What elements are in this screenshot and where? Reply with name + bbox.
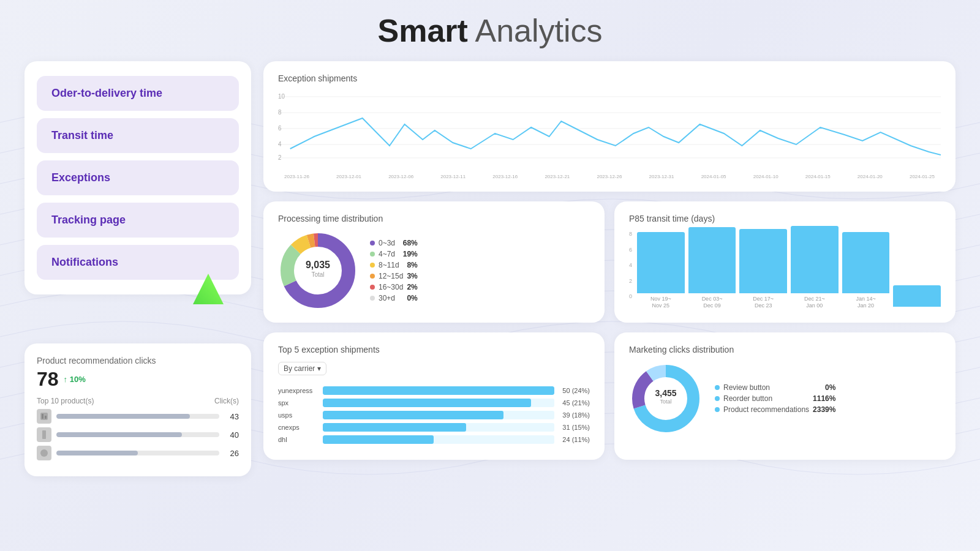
legend-dot: [370, 263, 375, 268]
carrier-row: cnexps 31 (15%): [278, 423, 590, 432]
processing-time-legend: 0~3d 68% 4~7d 19% 8~11d 8%: [370, 239, 418, 302]
exception-shipments-card: Exception shipments 10 8 6 4: [263, 61, 956, 192]
legend-item: 16~30d 2%: [370, 283, 418, 291]
svg-text:Total: Total: [660, 399, 671, 405]
sidebar-item-exceptions[interactable]: Exceptions: [37, 160, 239, 195]
product-bar-container: [56, 414, 219, 419]
product-icon: [37, 409, 51, 424]
svg-text:9,035: 9,035: [306, 260, 330, 270]
transit-time-title: P85 transit time (days): [629, 214, 941, 223]
legend-item: Review button 0%: [715, 383, 835, 392]
carrier-bar-wrap: [323, 435, 554, 444]
product-bar: [56, 451, 138, 455]
product-clicks-card: Product recommendation clicks 78 ↑ 10% T…: [24, 343, 251, 476]
bar-group: Dec 21~Jan 00: [791, 226, 839, 309]
legend-item: 4~7d 19%: [370, 250, 418, 258]
bar: [688, 227, 736, 293]
bar-group: Nov 19~Nov 25: [637, 232, 685, 309]
product-bar-container: [56, 451, 219, 455]
sidebar-item-transit-time[interactable]: Transit time: [37, 118, 239, 153]
legend-dot: [370, 252, 375, 257]
top5-exception-card: Top 5 exception shipments By carrier ▾ y…: [263, 332, 605, 460]
exception-chart-wrap: 10 8 6 4 2: [278, 91, 941, 173]
product-count: 40: [224, 430, 239, 440]
legend-dot: [715, 407, 720, 412]
legend-item: 8~11d 8%: [370, 261, 418, 269]
marketing-donut: 3,455 Total: [629, 362, 703, 435]
bar-group: Dec 17~Dec 23: [739, 229, 787, 309]
donut-container: 9,035 Total 0~3d 68%: [278, 231, 590, 310]
table-row: 43: [37, 409, 239, 424]
product-bar: [56, 432, 182, 437]
carrier-bar-fill: [323, 386, 554, 395]
marketing-clicks-title: Marketing clicks distribution: [629, 345, 941, 354]
legend-item: 30+d 0%: [370, 294, 418, 302]
product-count: 26: [224, 449, 239, 458]
carrier-bars: yunexpress 50 (24%) spx 45 (21%): [278, 386, 590, 444]
svg-rect-4: [42, 430, 46, 439]
bar: [739, 229, 787, 293]
legend-dot: [715, 385, 720, 390]
carrier-bar-fill: [323, 399, 531, 407]
legend-dot: [370, 296, 375, 301]
page-title: Smart Analytics: [24, 12, 956, 49]
legend-dot: [370, 274, 375, 279]
product-table-header: Top 10 product(s) Click(s): [37, 397, 239, 405]
donut-chart: 9,035 Total: [278, 231, 358, 310]
legend-item: 12~15d 3%: [370, 272, 418, 280]
page-header: Smart Analytics: [24, 12, 956, 49]
svg-rect-1: [40, 413, 48, 420]
carrier-bar-wrap: [323, 411, 554, 419]
sidebar-item-tracking-page[interactable]: Tracking page: [37, 203, 239, 238]
legend-item: Reorder button 1116%: [715, 394, 835, 403]
bar: [637, 232, 685, 293]
product-count: 43: [224, 412, 239, 421]
carrier-row: dhl 24 (11%): [278, 435, 590, 444]
svg-marker-0: [193, 274, 224, 304]
carrier-bar-fill: [323, 435, 434, 444]
svg-text:Total: Total: [311, 271, 324, 278]
svg-text:8: 8: [278, 109, 282, 116]
transit-time-card: P85 transit time (days) 8 6 4 2 0: [614, 201, 956, 323]
svg-rect-2: [42, 414, 43, 419]
bar: [791, 226, 839, 293]
x-axis-labels: 2023-11-26 2023-12-01 2023-12-06 2023-12…: [278, 174, 941, 179]
bar-group: [893, 285, 941, 309]
bar-group: Dec 03~Dec 09: [688, 227, 736, 309]
processing-time-card: Processing time distribution: [263, 201, 605, 323]
marketing-clicks-card: Marketing clicks distribution 3,455: [614, 332, 956, 460]
carrier-bar-wrap: [323, 399, 554, 407]
svg-rect-3: [45, 416, 47, 419]
processing-time-title: Processing time distribution: [278, 214, 590, 223]
carrier-bar-wrap: [323, 386, 554, 395]
sidebar-item-notifications[interactable]: Notifications: [37, 245, 239, 280]
sidebar-item-order-delivery[interactable]: Oder-to-delivery time: [37, 76, 239, 111]
exception-line-chart: 10 8 6 4 2: [278, 91, 941, 170]
bar: [893, 285, 941, 307]
y-axis-labels: 8 6 4 2 0: [629, 231, 632, 310]
table-row: 40: [37, 427, 239, 442]
transit-chart-wrap: 8 6 4 2 0 Nov 19~Nov 25: [629, 231, 941, 310]
product-icon: [37, 427, 51, 442]
product-icon: [37, 446, 51, 460]
svg-text:6: 6: [278, 125, 282, 132]
legend-item: 0~3d 68%: [370, 239, 418, 247]
bars-container: Nov 19~Nov 25 Dec 03~Dec 09 Dec 17~Dec 2…: [637, 236, 941, 309]
marketing-legend: Review button 0% Reorder button 1116% Pr…: [715, 383, 835, 414]
svg-point-5: [40, 449, 48, 457]
table-row: 26: [37, 446, 239, 460]
carrier-row: usps 39 (18%): [278, 411, 590, 419]
carrier-row: spx 45 (21%): [278, 399, 590, 407]
svg-text:2: 2: [278, 154, 282, 161]
marketing-donut-container: 3,455 Total Review button 0%: [629, 362, 941, 435]
filter-by-carrier-button[interactable]: By carrier ▾: [278, 362, 326, 375]
exception-shipments-title: Exception shipments: [278, 73, 941, 83]
arrow-up-icon: [190, 271, 227, 310]
bar-group: Jan 14~Jan 20: [842, 232, 890, 309]
product-bar-container: [56, 432, 219, 437]
product-bar: [56, 414, 190, 419]
nav-card: Oder-to-delivery time Transit time Excep…: [24, 61, 251, 294]
legend-dot: [715, 396, 720, 401]
carrier-bar-fill: [323, 411, 503, 419]
bar-chart: Nov 19~Nov 25 Dec 03~Dec 09 Dec 17~Dec 2…: [637, 231, 941, 310]
